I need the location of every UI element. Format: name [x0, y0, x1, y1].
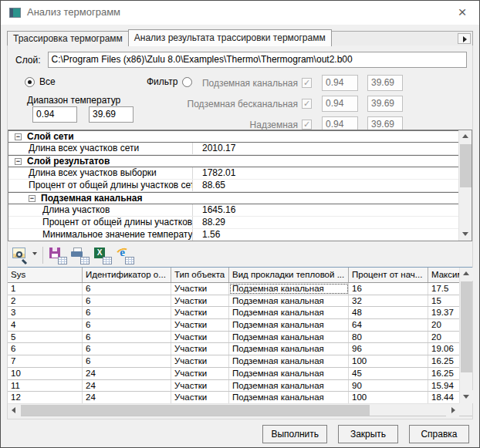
layer-path-input[interactable]: C:\Program Files (x86)\Zulu 8.0\Examples… — [48, 52, 467, 68]
filter-min-input[interactable]: 0.94 — [322, 75, 358, 91]
table-cell: 17.5 — [428, 283, 459, 295]
tree-item-value: 1.56 — [193, 229, 220, 241]
all-radio[interactable] — [25, 77, 35, 87]
range-min-input[interactable]: 0.94 — [32, 106, 77, 123]
excel-export-icon[interactable]: X — [92, 245, 113, 264]
summary-tree-body: −Слой сетиДлина всех участков сети2010.1… — [8, 130, 458, 241]
toolbar-separator — [42, 247, 43, 264]
tree-item-row[interactable]: Длина всех участков выборки1782.01 — [8, 167, 458, 180]
table-scroll-down-icon[interactable] — [460, 390, 473, 403]
preview-dropdown-icon[interactable] — [32, 252, 37, 258]
table-row[interactable]: 46УчасткиПодземная канальная6420 — [8, 319, 459, 332]
all-radio-label: Все — [39, 76, 56, 87]
table-row[interactable]: 1224УчасткиПодземная канальная10018.44 — [8, 392, 459, 403]
collapse-expander-icon[interactable]: − — [15, 133, 22, 140]
table-cell: 6 — [83, 295, 171, 307]
tree-group-row[interactable]: −Слой результатов — [8, 155, 458, 167]
tree-item-value: 88.29 — [193, 217, 225, 228]
table-horizontal-scrollbar[interactable] — [8, 403, 459, 416]
tree-vertical-scrollbar[interactable] — [458, 130, 472, 241]
collapse-expander-icon[interactable]: − — [29, 195, 35, 202]
help-button[interactable]: Справка — [409, 425, 469, 443]
table-cell: Участки — [171, 332, 229, 343]
table-row[interactable]: 1124УчасткиПодземная канальная9015.94 — [8, 380, 459, 392]
range-max-input[interactable]: 39.69 — [89, 106, 134, 123]
table-cell: 48 — [349, 307, 428, 318]
filter-min-input[interactable]: 0.94 — [322, 96, 358, 112]
table-column-header[interactable]: Тип объекта — [171, 268, 229, 282]
table-column-header[interactable]: Вид прокладки тепловой ... — [229, 268, 349, 282]
table-cell: Участки — [171, 295, 229, 307]
temperature-range-label: Диапазон температур — [27, 95, 120, 106]
footer: Выполнить Закрыть Справка — [1, 418, 479, 447]
table-scroll-right-icon[interactable] — [446, 404, 459, 416]
table-row[interactable]: 76УчасткиПодземная канальная10016.25 — [8, 355, 459, 368]
table-cell: 7 — [8, 355, 83, 367]
tree-item-label: Процент от общей длины участков сети — [42, 217, 193, 228]
table-cell: Подземная канальная — [229, 355, 349, 367]
table-row[interactable]: 66УчасткиПодземная канальная9619.06 — [8, 343, 459, 355]
table-row[interactable]: 16УчасткиПодземная канальная1617.5 — [8, 283, 459, 295]
preview-zoom-icon[interactable] — [10, 245, 31, 264]
table-cell: 20 — [428, 319, 459, 331]
checked-checkbox-icon[interactable]: ✓ — [302, 120, 312, 130]
tree-group-row[interactable]: −Подземная канальная — [8, 192, 458, 204]
table-row[interactable]: 1024УчасткиПодземная канальная4516.25 — [8, 368, 459, 380]
filter-row: Подземная бесканальная✓0.9439.69 — [161, 96, 403, 112]
table-cell: Участки — [171, 368, 229, 379]
tree-item-row[interactable]: Длина участков1645.16 — [8, 204, 458, 217]
table-hscrollbar-thumb[interactable] — [21, 405, 370, 416]
table-cell: 32 — [349, 295, 428, 307]
table-row[interactable]: 56УчасткиПодземная канальная8020 — [8, 332, 459, 344]
tree-item-row[interactable]: Процент от общей длины участков сети88.2… — [8, 217, 458, 229]
checked-checkbox-icon[interactable]: ✓ — [302, 78, 312, 88]
tree-group-row[interactable]: −Слой сети — [8, 130, 458, 143]
table-cell: Подземная канальная — [229, 332, 349, 343]
table-cell: Подземная канальная — [229, 380, 349, 392]
tree-group-label: Слой результатов — [27, 156, 110, 167]
table-scroll-up-icon[interactable] — [460, 268, 473, 281]
run-button[interactable]: Выполнить — [262, 425, 327, 443]
summary-tree-panel: −Слой сетиДлина всех участков сети2010.1… — [8, 130, 472, 241]
tree-scrollbar-thumb[interactable] — [460, 144, 472, 187]
filter-max-input[interactable]: 39.69 — [367, 96, 403, 112]
close-icon[interactable]: × — [454, 4, 471, 21]
footer-buttons: Выполнить Закрыть Справка — [262, 425, 469, 443]
table-vertical-scrollbar[interactable] — [459, 268, 472, 403]
tree-item-row[interactable]: Длина всех участков сети2010.17 — [8, 143, 458, 155]
tab-thermogram-trace[interactable]: Трассировка термограмм — [7, 31, 129, 46]
tree-item-value: 1782.01 — [193, 167, 235, 179]
title-bar: Анализ термограмм × — [1, 1, 479, 25]
table-cell: Участки — [171, 392, 229, 403]
table-cell: Подземная канальная — [229, 319, 349, 331]
table-cell: 10 — [8, 368, 83, 379]
table-column-header[interactable]: Идентификатор о... — [83, 268, 171, 282]
tab-scroll-right-icon[interactable] — [458, 33, 471, 44]
close-button[interactable]: Закрыть — [338, 425, 398, 443]
table-column-header[interactable]: Максима — [428, 268, 459, 282]
table-scroll-left-icon[interactable] — [8, 404, 21, 416]
print-table-icon[interactable] — [69, 245, 90, 264]
filter-row-label: Подземная канальная — [161, 78, 298, 89]
table-column-header[interactable]: Процент от нач... — [349, 268, 428, 282]
collapse-expander-icon[interactable]: − — [15, 158, 22, 165]
checked-checkbox-icon[interactable]: ✓ — [302, 99, 312, 109]
tree-scroll-up-icon[interactable] — [459, 130, 472, 143]
html-export-icon[interactable]: e — [114, 245, 135, 264]
tree-scroll-down-icon[interactable] — [459, 227, 472, 241]
table-row[interactable]: 26УчасткиПодземная канальная3215 — [8, 295, 459, 308]
tab-trace-analysis[interactable]: Анализ результата трассировки термограмм — [128, 29, 332, 46]
tree-group-label: Слой сети — [27, 131, 74, 143]
table-cell: 3 — [8, 307, 83, 318]
save-table-icon[interactable] — [47, 245, 68, 264]
table-cell: Подземная канальная — [229, 295, 349, 307]
table-cell: Подземная канальная — [229, 392, 349, 403]
filter-max-input[interactable]: 39.69 — [367, 75, 403, 91]
table-cell: 5 — [8, 332, 83, 343]
tree-item-row[interactable]: Минимальное значение температуры1.56 — [8, 229, 458, 241]
table-column-header[interactable]: Sys — [8, 268, 83, 282]
table-vscrollbar-thumb[interactable] — [461, 281, 472, 372]
tree-item-row[interactable]: Процент от общей длины участков сети88.6… — [8, 180, 458, 192]
tree-item-value: 1645.16 — [193, 204, 235, 216]
table-row[interactable]: 36УчасткиПодземная канальная4819.37 — [8, 307, 459, 319]
